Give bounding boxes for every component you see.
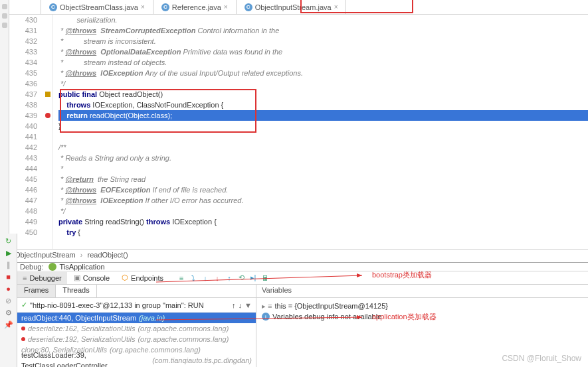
- show-execution-icon[interactable]: ≡: [177, 273, 186, 283]
- evaluate-icon[interactable]: 🖩: [260, 273, 270, 283]
- spring-icon: [49, 263, 56, 271]
- step-over-icon[interactable]: ⤵: [189, 273, 198, 283]
- run-config[interactable]: TisApplication: [49, 263, 104, 271]
- tab-label: ObjectInputStream.java: [255, 3, 332, 11]
- breadcrumb-class: ObjectInputStream: [15, 251, 76, 259]
- step-out-icon[interactable]: ↑: [225, 273, 234, 283]
- next-frame-icon[interactable]: ↓: [239, 301, 243, 309]
- breadcrumb[interactable]: ObjectInputStream › readObject(): [9, 249, 588, 262]
- code-area[interactable]: 4304314324334344354364374384394404414424…: [9, 15, 588, 249]
- resume-icon[interactable]: ▶: [4, 248, 13, 257]
- tab-debugger[interactable]: ≡Debugger: [17, 272, 67, 284]
- run-to-cursor-icon[interactable]: ▸|: [248, 273, 258, 283]
- step-into-icon[interactable]: ↓: [201, 273, 210, 283]
- variables-list[interactable]: ▸ ≡this = {ObjectInputStream@14125}iVari…: [256, 298, 588, 325]
- debug-panel: ↻ ▶ ∥ ■ ● ⊘ ⚙ 📌 Debug: TisApplication ≡D…: [0, 262, 588, 367]
- chevron-right-icon: ›: [80, 251, 83, 259]
- editor-tabs: C ObjectStreamClass.java × C Reference.j…: [9, 0, 588, 15]
- java-class-icon: C: [245, 3, 252, 11]
- tab-threads[interactable]: Threads: [56, 285, 96, 297]
- filter-icon[interactable]: ▼: [245, 301, 252, 309]
- variables-header: Variables: [256, 285, 588, 298]
- tab-objectinputstream[interactable]: C ObjectInputStream.java ×: [237, 0, 347, 14]
- rerun-icon[interactable]: ↻: [4, 236, 13, 246]
- line-numbers: 4304314324334344354364374384394404414424…: [9, 15, 43, 249]
- debug-header: Debug: TisApplication: [0, 263, 588, 271]
- watermark: CSDN @Floruit_Show: [502, 354, 581, 363]
- close-icon[interactable]: ×: [141, 3, 145, 11]
- tab-endpoints[interactable]: ⬡Endpoints: [116, 271, 169, 284]
- breadcrumb-method: readObject(): [88, 251, 128, 259]
- variable-row[interactable]: ▸ ≡this = {ObjectInputStream@14125}: [262, 301, 583, 311]
- tab-console[interactable]: ▣Console: [68, 271, 115, 284]
- stack-frame[interactable]: deserialize:192, SerializationUtils (org…: [17, 334, 256, 344]
- stack-frame[interactable]: deserialize:162, SerializationUtils (org…: [17, 323, 256, 334]
- editor: C ObjectStreamClass.java × C Reference.j…: [9, 0, 588, 262]
- pause-icon[interactable]: ∥: [4, 260, 13, 269]
- frames-list[interactable]: readObject:440, ObjectInputStream (java.…: [17, 313, 256, 367]
- code-content[interactable]: serialization. * @throws StreamCorrupted…: [53, 15, 588, 249]
- left-tool-gutter: [0, 0, 9, 262]
- tab-label: Reference.java: [172, 3, 221, 11]
- stack-frame[interactable]: readObject:440, ObjectInputStream (java.…: [17, 313, 256, 323]
- thread-selector[interactable]: ✓ "http-nio-8091-exec-3"@12,133 in group…: [17, 298, 256, 313]
- drop-frame-icon[interactable]: ⟲: [237, 273, 246, 283]
- debug-tabs: ≡Debugger ▣Console ⬡Endpoints ≡ ⤵ ↓ ↓ ↑ …: [0, 271, 588, 285]
- force-step-into-icon[interactable]: ↓: [213, 273, 222, 283]
- debug-label: Debug:: [20, 263, 43, 271]
- breakpoint-gutter[interactable]: [43, 15, 53, 249]
- tab-objectstreamclass[interactable]: C ObjectStreamClass.java ×: [41, 0, 153, 14]
- variable-row[interactable]: iVariables debug info not available: [262, 311, 583, 322]
- close-icon[interactable]: ×: [334, 3, 338, 11]
- java-class-icon: C: [161, 3, 169, 11]
- run-config-name: TisApplication: [59, 263, 104, 271]
- frames-column: Frames Threads ✓ "http-nio-8091-exec-3"@…: [17, 285, 256, 367]
- java-class-icon: C: [49, 3, 57, 11]
- thread-name: "http-nio-8091-exec-3"@12,133 in group "…: [30, 301, 229, 309]
- tab-label: ObjectStreamClass.java: [60, 3, 138, 11]
- tab-frames[interactable]: Frames: [17, 285, 56, 297]
- stop-icon[interactable]: ■: [4, 272, 13, 281]
- stack-frame[interactable]: testClassLoader:39, TestClassLoaderContr…: [17, 355, 256, 366]
- debug-body: Frames Threads ✓ "http-nio-8091-exec-3"@…: [0, 285, 588, 367]
- close-icon[interactable]: ×: [224, 3, 228, 11]
- tab-reference[interactable]: C Reference.java ×: [153, 0, 237, 14]
- prev-frame-icon[interactable]: ↑: [232, 301, 236, 309]
